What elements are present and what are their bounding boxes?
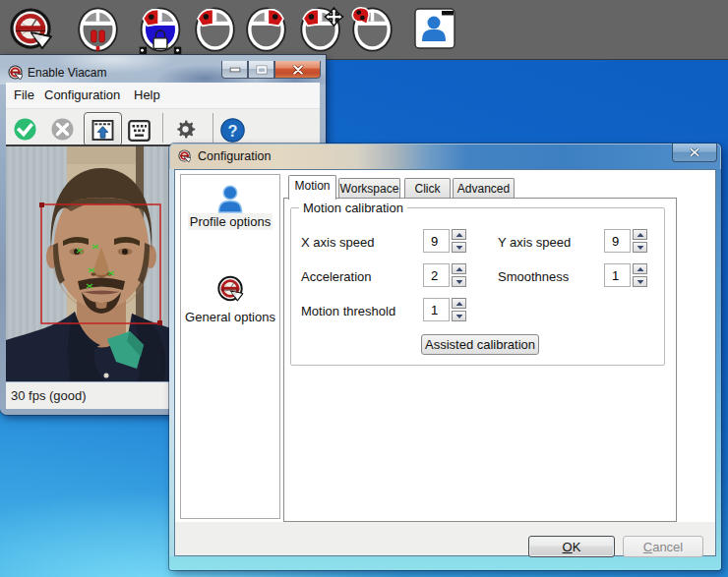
svg-text:?: ?: [228, 122, 238, 140]
